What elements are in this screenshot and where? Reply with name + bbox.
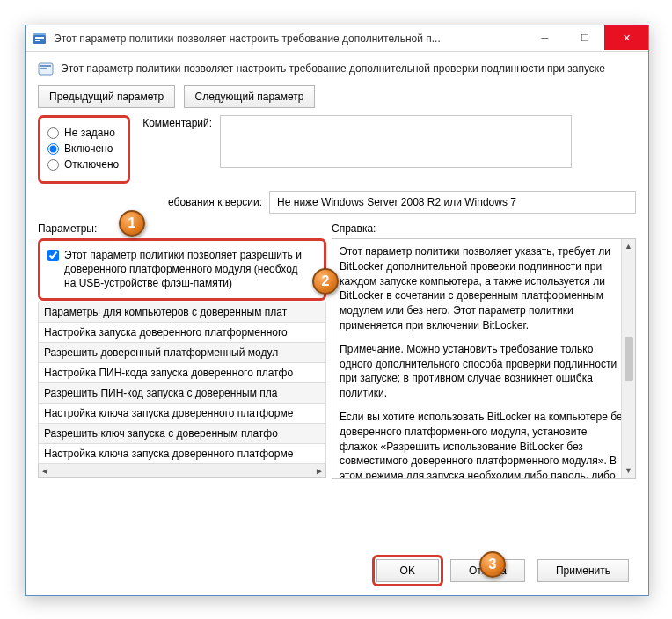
window-title: Этот параметр политики позволяет настрои… — [54, 33, 525, 45]
list-item[interactable]: Настройка ключа запуска доверенного плат… — [38, 404, 326, 424]
scroll-left-icon[interactable]: ◄ — [40, 466, 49, 476]
content-area: Этот параметр политики позволяет настрои… — [26, 52, 648, 488]
scroll-up-icon[interactable]: ▲ — [625, 241, 632, 252]
svg-rect-1 — [35, 37, 44, 39]
help-paragraph: Примечание. Можно установить требование … — [340, 342, 628, 401]
parameters-header: Параметры: — [38, 222, 326, 235]
svg-rect-3 — [33, 33, 46, 35]
policy-editor-window: Этот параметр политики позволяет настрои… — [25, 25, 649, 596]
scroll-down-icon[interactable]: ▼ — [625, 465, 632, 477]
help-paragraph: Этот параметр политики позволяет указать… — [340, 244, 628, 333]
comment-label: Комментарий: — [142, 117, 212, 129]
scrollbar-thumb[interactable] — [625, 337, 633, 381]
annotation-badge-3: 3 — [479, 551, 506, 578]
help-header: Справка: — [332, 222, 636, 235]
next-setting-button[interactable]: Следующий параметр — [184, 85, 316, 108]
radio-enabled[interactable]: Включено — [47, 142, 119, 155]
list-item[interactable]: Разрешить ключ запуска с доверенным плат… — [38, 424, 326, 444]
radio-disabled-label: Отключено — [64, 158, 119, 171]
list-item[interactable]: Разрешить доверенный платформенный модул — [38, 343, 326, 363]
close-button[interactable]: ✕ — [604, 25, 648, 50]
state-radio-group: Не задано Включено Отключено — [38, 115, 130, 184]
apply-button[interactable]: Применить — [537, 559, 629, 582]
option-text-line-2: доверенного платформенного модуля (необх… — [64, 262, 302, 276]
list-item[interactable]: Настройка запуска доверенного платформен… — [38, 323, 326, 343]
radio-enabled-label: Включено — [64, 142, 113, 155]
radio-not-configured-label: Не задано — [64, 127, 115, 139]
list-item[interactable]: Настройка ключа запуска доверенного плат… — [38, 444, 326, 464]
list-item[interactable]: Параметры для компьютеров с доверенным п… — [38, 302, 326, 323]
horizontal-scrollbar[interactable]: ◄► — [38, 464, 326, 478]
maximize-button[interactable]: ☐ — [565, 25, 604, 50]
list-item[interactable]: Настройка ПИН-кода запуска доверенного п… — [38, 363, 326, 383]
list-item[interactable]: Разрешить ПИН-код запуска с доверенным п… — [38, 383, 326, 404]
description-icon — [38, 61, 54, 76]
previous-setting-button[interactable]: Предыдущий параметр — [38, 85, 175, 108]
radio-not-configured[interactable]: Не задано — [47, 127, 119, 139]
policy-icon — [33, 32, 47, 46]
help-text-box: Этот параметр политики позволяет указать… — [332, 238, 636, 479]
help-paragraph: Если вы хотите использовать BitLocker на… — [340, 410, 628, 479]
options-list: Параметры для компьютеров с доверенным п… — [38, 302, 326, 464]
svg-rect-6 — [40, 68, 47, 69]
annotation-badge-2: 2 — [312, 268, 339, 295]
titlebar: Этот параметр политики позволяет настрои… — [26, 25, 648, 52]
option-text-line-1: Этот параметр политики позволяет разреши… — [64, 248, 302, 262]
scroll-right-icon[interactable]: ► — [315, 466, 324, 476]
version-label: ебования к версии: — [168, 196, 262, 208]
annotation-badge-1: 1 — [119, 210, 145, 237]
minimize-button[interactable]: ─ — [525, 25, 565, 50]
option-text-line-3: на USB-устройстве флэш-памяти) — [64, 276, 302, 290]
ok-button[interactable]: OK — [376, 559, 439, 582]
comment-textarea[interactable] — [220, 115, 572, 168]
svg-rect-2 — [35, 40, 40, 41]
policy-description: Этот параметр политики позволяет настрои… — [61, 62, 605, 75]
radio-disabled[interactable]: Отключено — [47, 158, 119, 171]
ok-button-highlight: OK — [372, 555, 443, 586]
svg-rect-5 — [40, 65, 51, 67]
vertical-scrollbar[interactable]: ▲ ▼ — [621, 239, 635, 478]
version-value: Не ниже Windows Server 2008 R2 или Windo… — [269, 191, 636, 214]
allow-without-tpm-checkbox[interactable] — [47, 250, 59, 261]
allow-without-tpm-option: Этот параметр политики позволяет разреши… — [38, 238, 326, 301]
